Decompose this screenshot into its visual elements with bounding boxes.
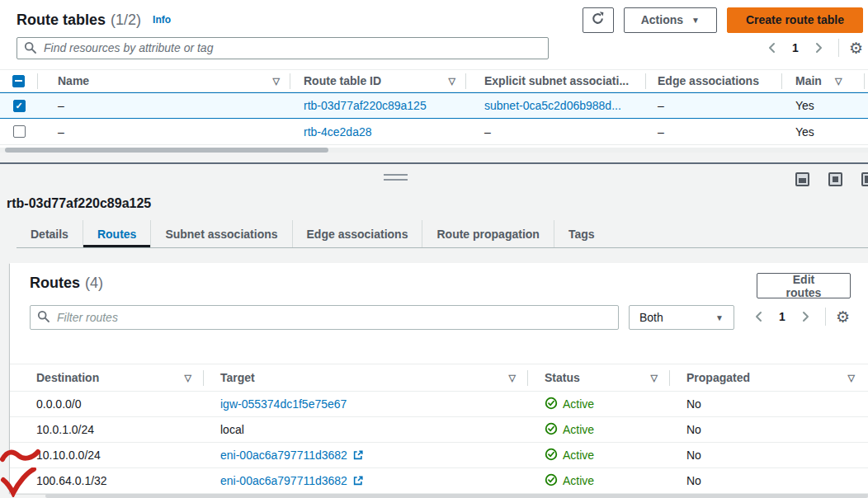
column-header-status[interactable]: Status ▽ bbox=[528, 370, 670, 386]
cell-edge-associations: – bbox=[646, 99, 782, 112]
cell-name: – bbox=[38, 99, 290, 112]
row-checkbox[interactable] bbox=[13, 100, 26, 112]
cell-edge-associations: – bbox=[646, 125, 782, 139]
route-row[interactable]: 10.10.0.0/24 eni-00ac6a797711d3682 Activ… bbox=[10, 443, 868, 468]
status-active-icon bbox=[545, 397, 558, 412]
status-badge: Active bbox=[545, 397, 594, 412]
filter-routes-input[interactable] bbox=[30, 305, 619, 330]
tab-details[interactable]: Details bbox=[17, 220, 83, 247]
info-link[interactable]: Info bbox=[153, 14, 171, 26]
route-type-select[interactable]: Both ▼ bbox=[629, 305, 734, 330]
caret-down-icon: ▼ bbox=[715, 314, 724, 322]
route-tables-table: Name ▽ Route table ID ▽ Explicit subnet … bbox=[0, 69, 868, 145]
route-row[interactable]: 0.0.0.0/0 igw-055374dc1f5e75e67 Active N… bbox=[10, 392, 868, 417]
search-icon bbox=[24, 41, 37, 57]
actions-button[interactable]: Actions ▼ bbox=[624, 7, 717, 33]
split-panel-border bbox=[0, 162, 868, 164]
route-tables-page: Route tables (1/2) Info Actions ▼ Create… bbox=[0, 0, 868, 498]
column-label: Explicit subnet associati... bbox=[484, 74, 629, 87]
panel-horizontal-scrollbar[interactable] bbox=[45, 494, 868, 498]
current-page[interactable]: 1 bbox=[787, 41, 804, 54]
tab-edge-associations[interactable]: Edge associations bbox=[292, 220, 422, 247]
route-row[interactable]: 10.0.1.0/24 local Active No bbox=[10, 417, 868, 443]
status-active-icon bbox=[545, 473, 558, 489]
sort-icon[interactable]: ▽ bbox=[509, 373, 516, 383]
cell-propagated: No bbox=[670, 474, 868, 487]
column-header-target[interactable]: Target ▽ bbox=[204, 370, 528, 386]
target-link[interactable]: igw-055374dc1f5e75e67 bbox=[220, 397, 347, 411]
table-row[interactable]: – rtb-03d77af220c89a125 subnet-0ca5c2d06… bbox=[0, 92, 868, 119]
search-input[interactable] bbox=[17, 37, 549, 59]
route-table-id-link[interactable]: rtb-03d77af220c89a125 bbox=[304, 99, 427, 112]
routes-filter bbox=[30, 305, 619, 330]
cell-propagated: No bbox=[670, 397, 868, 411]
select-all-checkbox[interactable] bbox=[12, 75, 25, 87]
sort-icon[interactable]: ▽ bbox=[449, 76, 455, 87]
sort-icon[interactable]: ▽ bbox=[185, 373, 191, 383]
route-table-id-link[interactable]: rtb-4ce2da28 bbox=[304, 125, 372, 139]
sort-icon[interactable]: ▽ bbox=[651, 373, 658, 383]
previous-page-button[interactable] bbox=[749, 307, 769, 327]
resource-search bbox=[17, 37, 549, 59]
column-header-name[interactable]: Name ▽ bbox=[38, 73, 290, 89]
current-page[interactable]: 1 bbox=[774, 310, 790, 323]
detail-split-panel: rtb-03d77af220c89a125 Details Routes Sub… bbox=[0, 153, 868, 498]
routes-table: Destination ▽ Target ▽ Status ▽ Propagat… bbox=[10, 364, 868, 494]
column-label: Destination bbox=[36, 371, 99, 384]
external-link-icon[interactable] bbox=[352, 475, 364, 488]
cell-propagated: No bbox=[670, 449, 868, 462]
previous-page-button[interactable] bbox=[762, 38, 782, 58]
target-link[interactable]: eni-00ac6a797711d3682 bbox=[220, 449, 347, 462]
cell-destination: 10.10.0.0/24 bbox=[10, 449, 204, 462]
column-header-explicit-subnet[interactable]: Explicit subnet associati... bbox=[466, 73, 646, 89]
column-header-propagated[interactable]: Propagated ▽ bbox=[670, 370, 868, 386]
column-header-edge-associations[interactable]: Edge associations bbox=[646, 73, 782, 89]
tab-subnet-associations[interactable]: Subnet associations bbox=[150, 220, 291, 247]
target-link[interactable]: eni-00ac6a797711d3682 bbox=[220, 474, 347, 487]
column-header-route-table-id[interactable]: Route table ID ▽ bbox=[290, 73, 466, 89]
status-active-icon bbox=[545, 448, 558, 463]
edit-routes-button[interactable]: Edit routes bbox=[757, 273, 851, 298]
next-page-button[interactable] bbox=[795, 307, 815, 327]
table-row[interactable]: – rtb-4ce2da28 – – Yes bbox=[0, 119, 868, 145]
status-active-icon bbox=[545, 422, 558, 438]
route-row[interactable]: 100.64.0.1/32 eni-00ac6a797711d3682 Acti… bbox=[10, 468, 868, 494]
column-header-destination[interactable]: Destination ▽ bbox=[10, 370, 204, 386]
row-checkbox-cell bbox=[0, 125, 38, 138]
column-label: Edge associations bbox=[658, 74, 759, 87]
panel-position-center-icon[interactable] bbox=[828, 172, 842, 186]
panel-position-bottom-icon[interactable] bbox=[795, 172, 809, 186]
refresh-button[interactable] bbox=[583, 7, 614, 33]
page-header: Route tables (1/2) Info Actions ▼ Create… bbox=[17, 5, 863, 35]
external-link-icon[interactable] bbox=[352, 449, 364, 463]
subnet-association-link[interactable]: subnet-0ca5c2d06b988d... bbox=[484, 99, 621, 112]
cell-target: local bbox=[204, 423, 528, 436]
column-label: Status bbox=[545, 371, 580, 384]
create-button-label: Create route table bbox=[746, 13, 844, 26]
routes-card: Routes(4) Edit routes Both ▼ 1 bbox=[10, 263, 868, 493]
sort-icon[interactable]: ▽ bbox=[848, 373, 855, 383]
caret-down-icon: ▼ bbox=[691, 16, 700, 25]
row-checkbox[interactable] bbox=[13, 125, 26, 138]
actions-button-label: Actions bbox=[641, 13, 683, 26]
sort-icon[interactable]: ▽ bbox=[273, 76, 280, 87]
routes-count: (4) bbox=[85, 275, 103, 291]
settings-gear-icon[interactable]: ⚙ bbox=[849, 40, 863, 56]
tab-route-propagation[interactable]: Route propagation bbox=[422, 220, 553, 247]
cell-destination: 0.0.0.0/0 bbox=[10, 397, 204, 411]
tab-tags[interactable]: Tags bbox=[554, 220, 609, 247]
column-label: Route table ID bbox=[304, 74, 381, 87]
panel-position-side-icon[interactable] bbox=[861, 172, 868, 186]
divider bbox=[838, 39, 839, 57]
next-page-button[interactable] bbox=[809, 38, 828, 58]
sort-icon[interactable]: ▽ bbox=[835, 76, 842, 87]
selection-count: (1/2) bbox=[111, 12, 141, 29]
edit-routes-label: Edit routes bbox=[774, 273, 833, 299]
settings-gear-icon[interactable]: ⚙ bbox=[836, 309, 850, 325]
status-label: Active bbox=[563, 423, 594, 436]
column-header-spacer bbox=[865, 73, 868, 89]
column-header-main[interactable]: Main ▽ bbox=[782, 73, 865, 89]
tab-routes[interactable]: Routes bbox=[83, 220, 150, 247]
split-panel-drag-handle[interactable] bbox=[384, 174, 408, 181]
create-route-table-button[interactable]: Create route table bbox=[727, 7, 863, 33]
